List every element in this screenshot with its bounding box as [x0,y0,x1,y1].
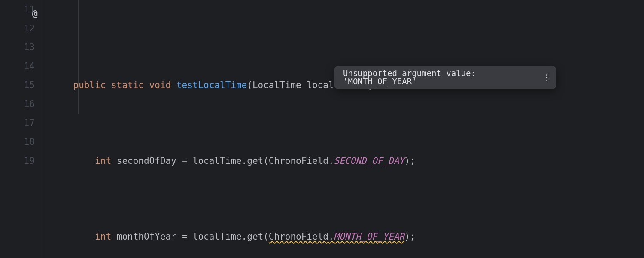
identifier: monthOfYear [117,231,176,242]
line-number: 15 [0,76,35,95]
inspection-tooltip[interactable]: Unsupported argument value: 'MONTH_OF_YE… [334,66,556,89]
line-number: 17 [0,114,35,132]
gutter: @ 11 12 13 14 15 16 17 18 19 [0,0,43,258]
code-line[interactable]: int monthOfYear = localTime.get(ChronoFi… [52,227,644,246]
class-ref: ChronoField [269,231,328,242]
dot: . [328,231,334,242]
identifier: secondOfDay [117,156,176,166]
tail: ); [404,156,415,166]
line-number: 12 [0,19,35,38]
method-call: get [247,231,263,242]
code-line[interactable]: int secondOfDay = localTime.get(ChronoFi… [52,151,644,170]
keyword: int [95,156,111,166]
line-number: 16 [0,95,35,114]
method-call: get [247,156,263,166]
paren: ( [263,231,269,242]
operator: = [182,156,187,166]
method-name: testLocalTime [176,80,247,90]
line-number: 19 [0,151,35,170]
class-ref: ChronoField [269,156,328,166]
indent-guide [78,0,79,114]
more-actions-icon[interactable] [544,73,550,82]
keyword: int [95,231,111,242]
enum-constant-warning[interactable]: MONTH_OF_YEAR [334,231,404,242]
code-editor[interactable]: @ 11 12 13 14 15 16 17 18 19 public stat… [0,0,644,258]
dot: . [242,231,247,242]
line-number: 13 [0,38,35,57]
line-number: 14 [0,57,35,76]
identifier: localTime [193,231,242,242]
dot: . [242,156,247,166]
code-area[interactable]: public static void testLocalTime(LocalTi… [43,0,644,258]
keyword: static [111,80,144,90]
line-number: 18 [0,132,35,151]
operator: = [182,231,187,242]
override-marker-icon[interactable]: @ [27,4,38,15]
tooltip-text: Unsupported argument value: 'MONTH_OF_YE… [343,69,544,86]
paren: ( [247,80,252,90]
identifier: localTime [193,156,242,166]
dot: . [328,156,334,166]
tail: ); [404,231,415,242]
enum-constant: SECOND_OF_DAY [334,156,404,166]
type: LocalTime [252,80,301,90]
paren: ( [263,156,269,166]
keyword: void [149,80,171,90]
